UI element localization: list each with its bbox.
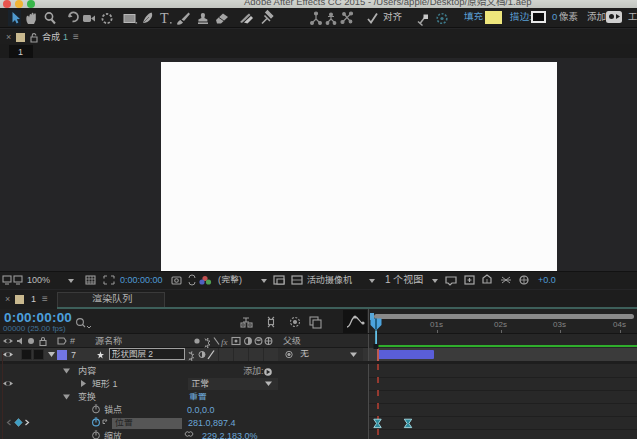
svg-text:fx: fx (221, 337, 228, 347)
svg-text:T: T (160, 11, 169, 26)
